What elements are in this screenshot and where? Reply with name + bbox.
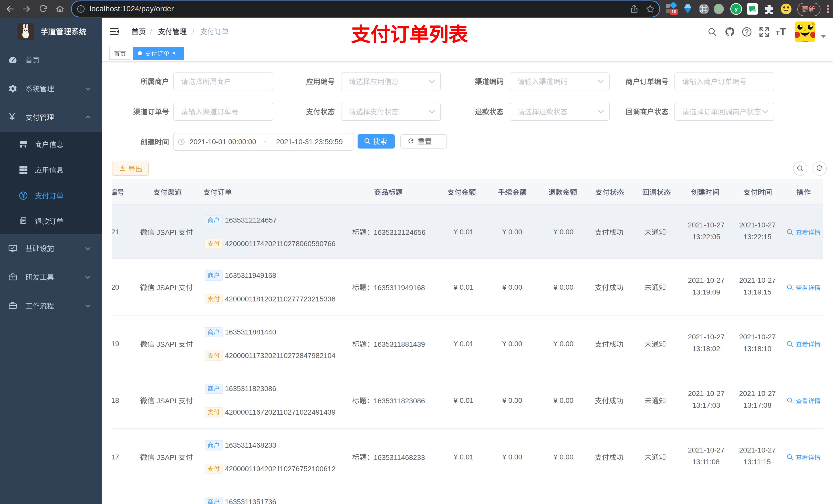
svg-text:y: y bbox=[734, 5, 738, 12]
svg-text:10: 10 bbox=[672, 9, 676, 14]
